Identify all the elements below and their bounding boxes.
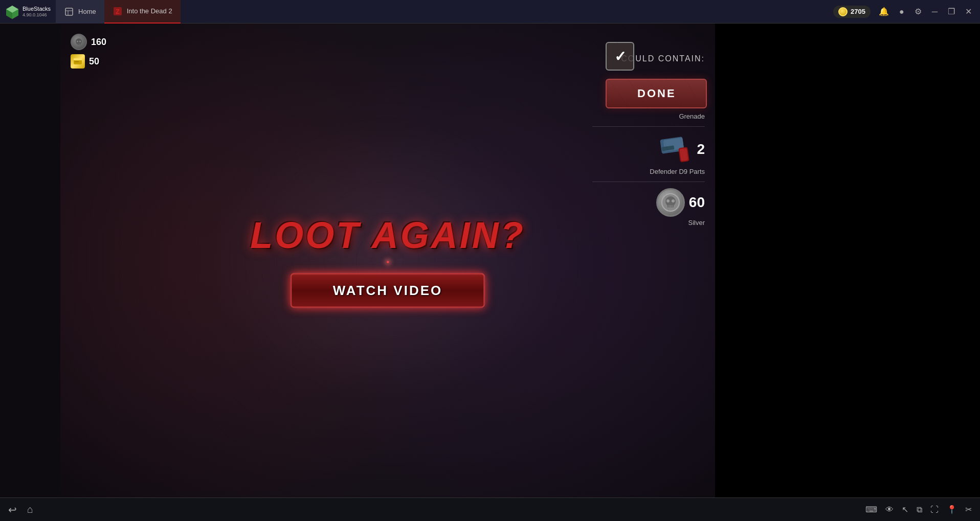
gun-parts-name: Defender D9 Parts [650,168,705,175]
right-panel: COULD CONTAIN: [597,24,715,497]
bottom-right-icons: ⌨ 👁 ↖ ⧉ ⛶ 📍 ✂ [865,505,972,514]
svg-rect-16 [74,58,82,60]
done-button[interactable]: DONE [606,79,707,108]
svg-rect-12 [77,43,80,45]
svg-point-10 [77,41,78,42]
eye-icon[interactable]: 👁 [885,505,894,514]
bluestacks-logo: BlueStacks 4.90.0.1046 [0,5,56,19]
bluestacks-icon [5,5,19,19]
close-button[interactable]: ✕ [963,6,974,17]
home-button[interactable]: ⌂ [27,504,33,515]
checkmark-box: ✓ [606,42,634,71]
notification-bell-icon[interactable]: 🔔 [877,6,891,17]
keyboard-icon[interactable]: ⌨ [865,505,877,514]
ticket-count: 50 [89,56,99,67]
left-sidebar [0,24,60,497]
loot-item-gun-parts: 2 Defender D9 Parts [592,127,705,182]
coin-icon [838,7,848,16]
coin-count: 2705 [851,8,865,15]
bs-version: 4.90.0.1046 [23,12,51,18]
gun-parts-icon [660,133,693,166]
gun-parts-count: 2 [697,141,705,157]
bluestacks-title: BlueStacks 4.90.0.1046 [23,6,51,18]
settings-gear-icon[interactable]: ⚙ [912,6,924,17]
svg-point-11 [79,41,81,42]
currency-area: 160 50 [71,34,106,69]
svg-rect-4 [65,8,73,15]
silver-skull-svg [661,193,680,212]
fullscreen-icon[interactable]: ⛶ [930,505,939,514]
cursor-icon[interactable]: ↖ [902,505,908,514]
svg-rect-17 [75,61,79,62]
tab-game[interactable]: Z Into the Dead 2 [104,0,181,24]
silver-name: Silver [688,219,705,226]
grenade-name: Grenade [679,112,705,120]
svg-point-32 [666,199,670,202]
glow-dot [387,261,389,263]
user-icon[interactable]: ● [897,6,906,17]
location-icon[interactable]: 📍 [947,505,957,514]
tab-home[interactable]: Home [56,0,104,24]
ticket-icon [73,56,83,66]
checkmark-icon: ✓ [614,48,626,65]
loot-dialog: LOOT AGAIN? WATCH VIDEO [250,214,525,307]
silver-display: 160 [71,34,106,50]
gold-ticket-icon [71,54,85,69]
checkmark-area: ✓ [606,42,707,71]
scissors-icon[interactable]: ✂ [965,505,972,514]
coin-area: 2705 [833,6,871,18]
loot-item-silver: 60 Silver [592,182,705,233]
gun-parts-svg [660,136,693,163]
maximize-button[interactable]: ❐ [946,6,957,17]
bottom-bar: ↩ ⌂ ⌨ 👁 ↖ ⧉ ⛶ 📍 ✂ [0,497,980,521]
done-label: DONE [637,87,676,100]
home-tab-icon [64,7,74,17]
loot-title: LOOT AGAIN? [250,214,525,256]
titlebar-controls: 2705 🔔 ● ⚙ ─ ❐ ✕ [833,6,980,18]
game-area: 160 50 COULD CONTAIN: [60,24,715,497]
skull-icon [74,37,83,47]
bs-name: BlueStacks [23,6,51,12]
skull-coin-icon [71,34,87,50]
title-bar: BlueStacks 4.90.0.1046 Home Z Into the D… [0,0,980,24]
silver-count: 160 [91,37,106,48]
watch-video-button[interactable]: WATCH VIDEO [291,273,485,307]
copy-icon[interactable]: ⧉ [917,505,922,514]
game-tab-icon: Z [113,6,123,16]
svg-text:Z: Z [116,8,119,15]
watch-video-label: WATCH VIDEO [333,282,443,298]
svg-point-33 [672,199,675,202]
silver-skull-icon [656,188,685,217]
ticket-display: 50 [71,54,106,69]
silver-count-loot: 60 [689,194,705,211]
minimize-button[interactable]: ─ [930,6,940,17]
back-button[interactable]: ↩ [8,504,17,516]
tab-game-label: Into the Dead 2 [127,7,172,15]
tab-home-label: Home [78,8,96,15]
